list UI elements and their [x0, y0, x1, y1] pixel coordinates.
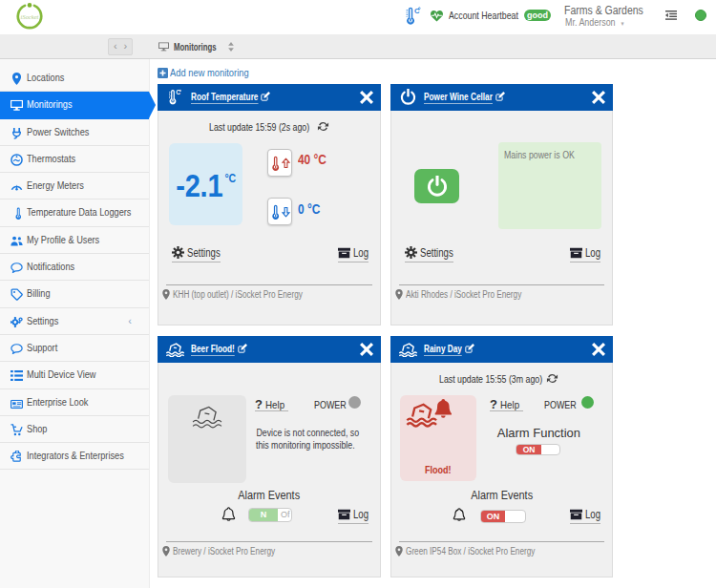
- svg-text:iSocket: iSocket: [21, 13, 39, 20]
